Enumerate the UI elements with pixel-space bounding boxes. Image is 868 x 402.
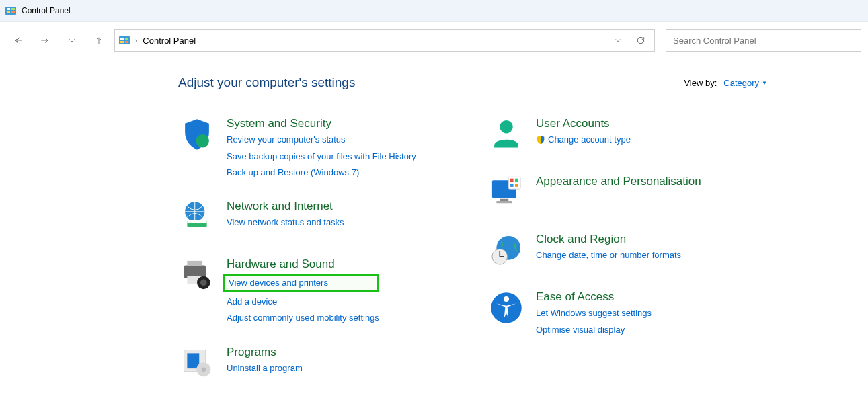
- address-dropdown-button[interactable]: [608, 31, 627, 50]
- category-link[interactable]: Back up and Restore (Windows 7): [227, 166, 416, 179]
- category-title[interactable]: Hardware and Sound: [227, 257, 379, 271]
- content-header: Adjust your computer's settings View by:…: [0, 75, 868, 90]
- category-network-and-internet: Network and InternetView network status …: [178, 200, 447, 237]
- svg-rect-15: [187, 261, 202, 266]
- category-clock-and-region: Clock and RegionChange date, time or num…: [487, 233, 756, 270]
- window-title: Control Panel: [22, 6, 71, 15]
- viewby-label: View by:: [684, 78, 717, 88]
- svg-rect-5: [119, 36, 130, 44]
- dropdown-triangle-icon: ▼: [762, 80, 767, 86]
- navbar: › Control Panel: [0, 22, 868, 59]
- svg-rect-31: [515, 184, 518, 187]
- category-title[interactable]: Network and Internet: [227, 200, 344, 213]
- svg-rect-26: [496, 201, 512, 203]
- recent-locations-button[interactable]: [61, 29, 83, 52]
- category-link[interactable]: Review your computer's status: [227, 133, 416, 147]
- breadcrumb-chevron-icon[interactable]: ›: [135, 37, 137, 44]
- svg-rect-30: [510, 184, 514, 187]
- address-bar[interactable]: › Control Panel: [114, 29, 655, 52]
- minimize-button[interactable]: [834, 0, 865, 22]
- category-body: ProgramsUninstall a program: [227, 346, 303, 383]
- category-link[interactable]: View devices and printers: [223, 274, 379, 292]
- svg-rect-28: [510, 179, 514, 182]
- svg-rect-29: [515, 179, 518, 182]
- svg-point-22: [202, 367, 206, 372]
- svg-point-23: [500, 120, 513, 134]
- category-body: Network and InternetView network status …: [227, 200, 344, 237]
- back-button[interactable]: [7, 29, 30, 52]
- category-appearance-and-personalisation: Appearance and Personalisation: [487, 175, 756, 212]
- uac-shield-icon: [536, 135, 545, 145]
- address-icon: [119, 35, 130, 46]
- category-hardware-and-sound: Hardware and SoundView devices and print…: [178, 257, 447, 325]
- refresh-button[interactable]: [631, 31, 650, 50]
- svg-rect-8: [120, 41, 124, 43]
- shield-icon: [178, 117, 216, 155]
- svg-rect-1: [7, 8, 10, 10]
- category-link[interactable]: Uninstall a program: [227, 362, 303, 375]
- right-column: User AccountsChange account typeAppearan…: [487, 117, 756, 383]
- category-grid: System and SecurityReview your computer'…: [0, 90, 868, 383]
- svg-rect-4: [11, 11, 15, 13]
- viewby-dropdown[interactable]: Category ▼: [723, 78, 767, 88]
- left-column: System and SecurityReview your computer'…: [178, 117, 447, 383]
- category-body: Hardware and SoundView devices and print…: [227, 257, 379, 325]
- category-title[interactable]: User Accounts: [536, 117, 631, 130]
- category-body: System and SecurityReview your computer'…: [227, 117, 416, 179]
- svg-rect-6: [120, 38, 124, 40]
- category-title[interactable]: Appearance and Personalisation: [536, 175, 701, 188]
- svg-point-18: [200, 279, 207, 286]
- category-body: Appearance and Personalisation: [536, 175, 701, 212]
- svg-rect-7: [125, 38, 128, 40]
- category-user-accounts: User AccountsChange account type: [487, 117, 756, 155]
- window-controls: [834, 0, 865, 22]
- svg-point-10: [196, 134, 209, 148]
- search-box[interactable]: [666, 29, 861, 52]
- content-area: Adjust your computer's settings View by:…: [0, 59, 868, 383]
- category-link[interactable]: Optimise visual display: [536, 323, 652, 337]
- category-link[interactable]: Adjust commonly used mobility settings: [227, 311, 379, 325]
- svg-point-35: [504, 296, 509, 302]
- svg-rect-3: [7, 11, 10, 13]
- svg-rect-0: [5, 7, 16, 15]
- category-link[interactable]: Change date, time or number formats: [536, 249, 681, 262]
- search-input[interactable]: [673, 36, 855, 46]
- category-title[interactable]: Clock and Region: [536, 233, 681, 246]
- category-link[interactable]: Add a device: [227, 295, 379, 309]
- viewby-value: Category: [723, 78, 759, 88]
- appearance-icon: [487, 175, 525, 212]
- printer-cam-icon: [178, 257, 216, 295]
- svg-rect-13: [187, 220, 206, 223]
- category-link[interactable]: Let Windows suggest settings: [536, 307, 652, 320]
- category-title[interactable]: Ease of Access: [536, 290, 652, 304]
- up-button[interactable]: [87, 29, 110, 52]
- category-body: Clock and RegionChange date, time or num…: [536, 233, 681, 270]
- breadcrumb-root[interactable]: Control Panel: [143, 36, 196, 46]
- category-system-and-security: System and SecurityReview your computer'…: [178, 117, 447, 179]
- category-link-label: Change account type: [548, 133, 631, 147]
- svg-rect-9: [125, 41, 128, 43]
- control-panel-icon: [5, 5, 16, 16]
- clock-region-icon: [487, 233, 525, 270]
- user-icon: [487, 117, 525, 155]
- page-title: Adjust your computer's settings: [178, 75, 684, 90]
- category-title[interactable]: System and Security: [227, 117, 416, 130]
- svg-rect-25: [500, 199, 508, 201]
- globe-net-icon: [178, 200, 216, 237]
- category-programs: ProgramsUninstall a program: [178, 346, 447, 383]
- category-title[interactable]: Programs: [227, 346, 303, 359]
- category-link[interactable]: View network status and tasks: [227, 216, 344, 229]
- svg-rect-2: [11, 8, 15, 10]
- forward-button[interactable]: [34, 29, 56, 52]
- category-body: User AccountsChange account type: [536, 117, 631, 155]
- category-ease-of-access: Ease of AccessLet Windows suggest settin…: [487, 290, 756, 337]
- category-link[interactable]: Change account type: [536, 133, 631, 149]
- titlebar: Control Panel: [0, 0, 868, 22]
- category-link[interactable]: Save backup copies of your files with Fi…: [227, 150, 416, 163]
- category-body: Ease of AccessLet Windows suggest settin…: [536, 290, 652, 337]
- programs-icon: [178, 346, 216, 383]
- ease-icon: [487, 290, 525, 328]
